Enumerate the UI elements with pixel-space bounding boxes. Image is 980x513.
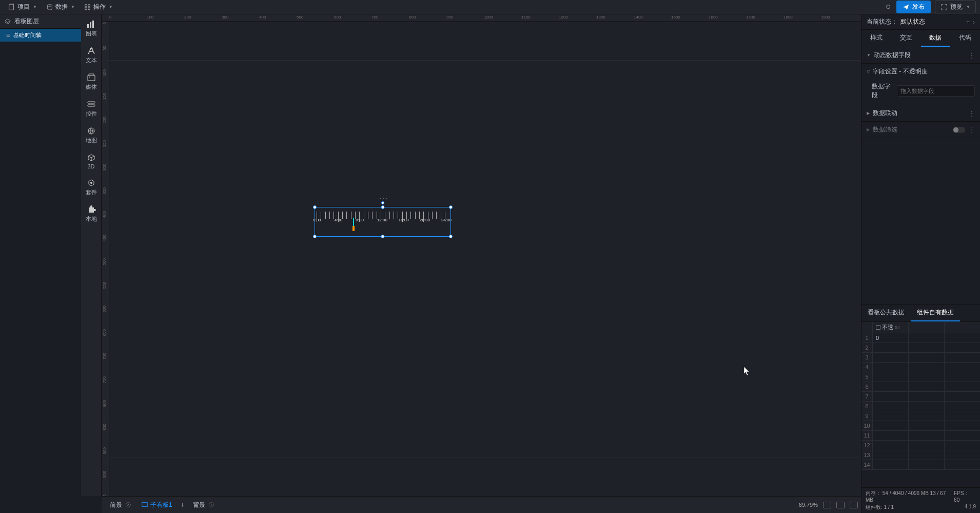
svg-rect-9 [90, 22, 91, 28]
table-row[interactable]: 5 [861, 372, 980, 382]
menu-project-label: 项目 [17, 3, 30, 11]
dtab-component-data[interactable]: 组件自有数据 [911, 305, 960, 321]
comp-local[interactable]: 本地 [81, 204, 101, 224]
section-dynamic-fields: ▼ 动态数据字段 ⋮ [861, 47, 980, 64]
rotate-handle[interactable] [381, 201, 384, 204]
table-row[interactable]: 13 [861, 450, 980, 460]
comp-map[interactable]: 地图 [81, 125, 101, 146]
arrow-down-icon: ▼ [867, 53, 871, 58]
table-row[interactable]: 9 [861, 411, 980, 421]
bottom-tabs: 前景 ○ 子看板1 + 背景 + 69.79% [102, 496, 861, 513]
table-row[interactable]: 10 [861, 421, 980, 431]
tab-add-button[interactable]: + [178, 500, 188, 510]
tab-add-bg-icon[interactable]: + [209, 502, 214, 507]
section-field-opacity: ▽ 字段设置 - 不透明度 数据字段 [861, 64, 980, 105]
grid-col-opacity[interactable]: 不透 Str [873, 322, 909, 333]
filter-toggle[interactable] [953, 127, 965, 133]
drag-handle-icon[interactable] [378, 196, 387, 199]
status-footer: 内存： 54 / 4040 / 4096 MB 13 / 67 MB FPS： … [861, 487, 980, 513]
media-icon [87, 73, 96, 82]
table-row[interactable]: 6 [861, 382, 980, 392]
tab-data[interactable]: 数据 [921, 30, 951, 47]
resize-handle-tr[interactable] [449, 205, 453, 209]
comp-text[interactable]: 文本 [81, 45, 101, 66]
comp-chart[interactable]: 图表 [81, 18, 101, 39]
tab-code[interactable]: 代码 [950, 30, 980, 47]
more-icon[interactable]: ⋮ [968, 51, 975, 60]
actual-size-icon[interactable] [850, 502, 858, 508]
section-data-link: ▶ 数据联动 ⋮ [861, 105, 980, 122]
chevron-down-icon: ▼ [71, 5, 75, 9]
svg-rect-5 [88, 7, 90, 9]
table-row[interactable]: 4 [861, 363, 980, 372]
dtab-board-data[interactable]: 看板公共数据 [861, 305, 911, 321]
table-row[interactable]: 12 [861, 441, 980, 450]
tab-style[interactable]: 样式 [861, 30, 891, 47]
resize-handle-br[interactable] [449, 235, 453, 238]
menu-operate[interactable]: 操作 ▼ [80, 1, 117, 13]
canvas-area: 0100200300400500600700800900100011001200… [102, 14, 861, 496]
section-field-opacity-label: 字段设置 - 不透明度 [873, 67, 928, 76]
svg-rect-3 [88, 4, 90, 6]
data-grid[interactable]: 不透 Str 10234567891011121314 [861, 322, 980, 488]
menu-project[interactable]: 项目 ▼ [4, 1, 41, 13]
resize-handle-bl[interactable] [313, 235, 317, 238]
svg-line-7 [890, 8, 892, 10]
arrow-down-icon: ▽ [867, 69, 870, 74]
comp-3d-label: 3D [87, 163, 94, 169]
table-row[interactable]: 14 [861, 460, 980, 470]
zoom-value[interactable]: 69.79% [799, 502, 818, 508]
section-dynamic-fields-header[interactable]: ▼ 动态数据字段 ⋮ [861, 47, 980, 63]
preview-button[interactable]: 预览 ▼ [935, 1, 976, 13]
section-dynamic-fields-label: 动态数据字段 [874, 51, 911, 60]
comp-control[interactable]: 控件 [81, 99, 101, 119]
search-icon[interactable] [885, 4, 892, 11]
data-field-input[interactable] [897, 85, 975, 97]
more-icon[interactable]: ⋮ [968, 126, 975, 134]
publish-button[interactable]: 发布 [896, 1, 931, 13]
subboard-icon [141, 501, 148, 508]
grid-view-icon[interactable] [836, 502, 845, 508]
ruler-vertical[interactable]: 0501001502002503003504004505005506006507… [102, 22, 109, 496]
resize-handle-tl[interactable] [313, 205, 317, 209]
checkbox-icon[interactable] [876, 325, 880, 330]
layer-item-timeline[interactable]: 基础时间轴 [0, 29, 81, 42]
tab-indicator-icon: ○ [126, 502, 131, 507]
layers-header: 看板图层 [0, 14, 81, 29]
canvas-inner[interactable]: 0:004:008:0012:0016:0020:0024:00 [109, 22, 861, 496]
ruler-horizontal[interactable]: 0100200300400500600700800900100011001200… [109, 14, 861, 22]
comp-3d[interactable]: 3D [81, 152, 101, 171]
right-panel: 当前状态： 默认状态 + › 样式 交互 数据 代码 ▼ 动态数据字段 ⋮ ▽ … [861, 14, 980, 513]
resize-handle-tc[interactable] [381, 205, 385, 209]
footer-fps: FPS： 60 [954, 490, 976, 503]
timeline-marker[interactable] [353, 218, 354, 227]
comp-kit[interactable]: 套件 [81, 177, 101, 198]
section-data-link-header[interactable]: ▶ 数据联动 ⋮ [861, 105, 980, 121]
state-add-button[interactable]: + [966, 18, 970, 26]
table-row[interactable]: 8 [861, 402, 980, 411]
comp-media[interactable]: 媒体 [81, 72, 101, 92]
menu-data[interactable]: 数据 ▼ [42, 1, 79, 13]
chevron-right-icon[interactable]: › [973, 18, 975, 26]
section-field-opacity-header[interactable]: ▽ 字段设置 - 不透明度 [861, 64, 980, 80]
tab-background[interactable]: 背景 + [188, 498, 219, 512]
table-row[interactable]: 11 [861, 431, 980, 441]
selected-widget-timeline[interactable]: 0:004:008:0012:0016:0020:0024:00 [315, 207, 451, 237]
tab-subboard-1[interactable]: 子看板1 [136, 498, 178, 512]
section-data-filter-header[interactable]: ▶ 数据筛选 ⋮ [861, 122, 980, 138]
table-row[interactable]: 2 [861, 343, 980, 353]
table-row[interactable]: 7 [861, 392, 980, 402]
layer-item-label: 基础时间轴 [13, 31, 42, 39]
state-value: 默认状态 [900, 17, 925, 26]
resize-handle-bc[interactable] [381, 235, 385, 238]
tab-foreground[interactable]: 前景 ○ [105, 498, 136, 512]
table-row[interactable]: 10 [861, 333, 980, 343]
comp-local-label: 本地 [86, 215, 97, 223]
tab-interact[interactable]: 交互 [891, 30, 921, 47]
guide-top [109, 22, 861, 61]
svg-rect-12 [88, 102, 95, 103]
fit-screen-icon[interactable] [823, 502, 831, 508]
table-row[interactable]: 3 [861, 353, 980, 363]
more-icon[interactable]: ⋮ [968, 109, 975, 118]
publish-label: 发布 [912, 3, 925, 11]
